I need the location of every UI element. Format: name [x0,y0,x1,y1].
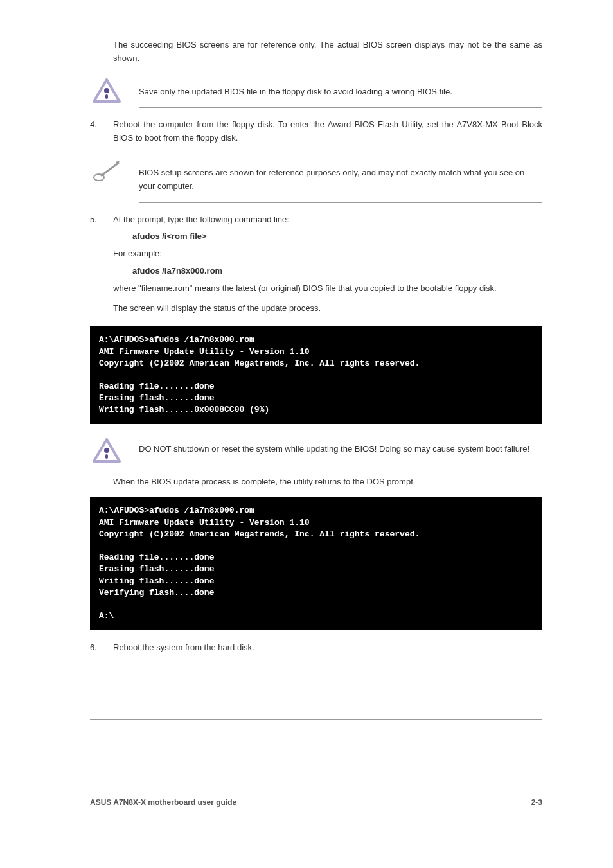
terminal-output-1: A:\AFUDOS>afudos /ia7n8x000.rom AMI Firm… [90,326,542,423]
note-icon [90,157,123,182]
caution-icon [90,76,123,104]
footer-rule [90,719,542,720]
step-5-text: At the prompt, type the following comman… [113,213,542,315]
caution-text-2: DO NOT shutdown or reset the system whil… [139,436,542,463]
step-4-number: 4. [90,118,103,145]
footer-left: ASUS A7N8X-X motherboard user guide [90,797,236,809]
svg-rect-1 [105,94,108,99]
svg-rect-4 [105,454,108,459]
step-5-text-c: where "filename.rom" means the latest (o… [113,282,542,296]
page-footer: ASUS A7N8X-X motherboard user guide 2-3 [90,797,542,809]
svg-point-3 [104,448,109,453]
step-5-number: 5. [90,213,103,315]
terminal-output-2: A:\AFUDOS>afudos /ia7n8x000.rom AMI Firm… [90,497,542,630]
terminal2-intro: When the BIOS update process is complete… [113,475,542,489]
step-4: 4. Reboot the computer from the floppy d… [90,118,542,145]
note-callout-1: BIOS setup screens are shown for referen… [90,157,542,203]
caution-icon [90,436,123,464]
step-5-text-d: The screen will display the status of th… [113,302,542,315]
step-6-text: Reboot the system from the hard disk. [113,641,542,655]
intro-text: The succeeding BIOS screens are for refe… [113,39,542,66]
footer-right: 2-3 [531,797,542,809]
step-5-text-b: For example: [113,247,542,261]
step-5-cmd-b: afudos /ia7n8x000.rom [132,265,542,278]
step-4-text: Reboot the computer from the floppy disk… [113,118,542,145]
caution-callout-1: Save only the updated BIOS file in the f… [90,76,542,109]
caution-callout-2: DO NOT shutdown or reset the system whil… [90,436,542,464]
step-6-number: 6. [90,641,103,655]
svg-point-0 [104,88,109,93]
note-text-1: BIOS setup screens are shown for referen… [139,157,542,203]
step-5-text-a: At the prompt, type the following comman… [113,213,542,227]
caution-text-1: Save only the updated BIOS file in the f… [139,76,542,109]
step-6: 6. Reboot the system from the hard disk. [90,641,542,655]
step-5: 5. At the prompt, type the following com… [90,213,542,315]
step-5-cmd: afudos /i<rom file> [132,230,542,244]
